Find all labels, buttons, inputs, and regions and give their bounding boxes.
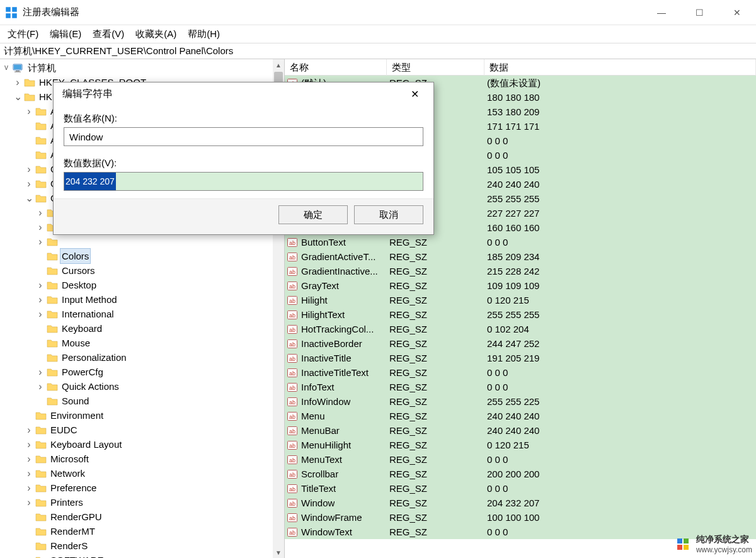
list-row[interactable]: InfoWindowREG_SZ255 255 225 <box>285 394 756 409</box>
tree-item[interactable]: ›International <box>1 307 273 321</box>
list-row[interactable]: ButtonTextREG_SZ0 0 0 <box>285 235 756 249</box>
value-name-input[interactable] <box>64 127 423 146</box>
tree-item[interactable]: ›Desktop <box>1 278 273 292</box>
tree-item[interactable]: RenderMT <box>1 524 273 538</box>
column-data[interactable]: 数据 <box>484 59 756 76</box>
list-row[interactable]: ScrollbarREG_SZ200 200 200 <box>285 467 756 481</box>
list-row[interactable]: MenuHilightREG_SZ0 120 215 <box>285 438 756 452</box>
list-row[interactable]: InfoTextREG_SZ0 0 0 <box>285 380 756 394</box>
tree-twisty-icon[interactable]: › <box>35 379 45 394</box>
list-row[interactable]: GradientInactive...REG_SZ215 228 242 <box>285 264 756 278</box>
tree-twisty-icon[interactable]: › <box>24 481 34 495</box>
list-row[interactable]: MenuREG_SZ240 240 240 <box>285 409 756 423</box>
window-maximize-button[interactable]: ☐ <box>680 0 718 25</box>
tree-twisty-icon[interactable]: › <box>24 176 34 191</box>
tree-item[interactable]: ›Preference <box>1 481 273 495</box>
menu-edit[interactable]: 编辑(E) <box>45 27 86 42</box>
tree-twisty-icon[interactable]: › <box>24 104 34 118</box>
tree-twisty-icon[interactable]: › <box>35 205 45 220</box>
tree-item[interactable]: ›Keyboard Layout <box>1 437 273 452</box>
tree-item[interactable]: ›Printers <box>1 495 273 510</box>
tree-twisty-icon[interactable]: › <box>35 220 45 234</box>
list-header: 名称 类型 数据 <box>285 59 756 76</box>
tree-item[interactable]: Mouse <box>1 336 273 350</box>
window-close-button[interactable]: ✕ <box>718 0 756 25</box>
tree-twisty-icon[interactable]: › <box>24 466 34 481</box>
tree-twisty-icon[interactable]: › <box>35 365 45 379</box>
menu-favorites[interactable]: 收藏夹(A) <box>130 27 181 42</box>
value-data-input[interactable]: 204 232 207 <box>64 172 423 191</box>
tree-twisty-icon[interactable]: › <box>35 234 45 249</box>
tree-twisty-icon[interactable]: › <box>13 75 23 89</box>
tree-twisty-icon[interactable]: v <box>1 60 11 75</box>
tree-twisty-icon[interactable]: › <box>24 162 34 176</box>
scroll-down-icon[interactable]: ▼ <box>273 547 284 558</box>
tree-item[interactable]: RenderGPU <box>1 510 273 524</box>
tree-twisty-icon[interactable]: › <box>24 423 34 437</box>
string-value-icon <box>287 484 297 494</box>
tree-item[interactable]: ›PowerCfg <box>1 365 273 379</box>
watermark-text: 纯净系统之家 <box>696 534 752 545</box>
tree-twisty-icon[interactable]: › <box>35 292 45 307</box>
menu-help[interactable]: 帮助(H) <box>183 27 225 42</box>
scroll-up-icon[interactable]: ▲ <box>273 59 284 71</box>
folder-icon <box>47 266 58 276</box>
tree-twisty-icon[interactable]: › <box>24 452 34 466</box>
list-row[interactable]: HilightREG_SZ0 120 215 <box>285 293 756 307</box>
list-row[interactable]: TitleTextREG_SZ0 0 0 <box>285 481 756 496</box>
value-data: 0 120 215 <box>484 438 756 452</box>
tree-twisty-icon[interactable]: ⌄ <box>24 191 34 205</box>
list-row[interactable]: GrayTextREG_SZ109 109 109 <box>285 278 756 293</box>
tree-twisty-icon[interactable]: › <box>24 495 34 510</box>
dialog-close-button[interactable]: ✕ <box>402 85 427 103</box>
value-name: MenuText <box>301 452 342 467</box>
column-name[interactable]: 名称 <box>285 59 387 76</box>
list-row[interactable]: InactiveTitleTextREG_SZ0 0 0 <box>285 365 756 380</box>
list-row[interactable]: MenuBarREG_SZ240 240 240 <box>285 423 756 438</box>
tree-item[interactable]: ›SOFTWARE <box>1 553 273 558</box>
value-data: 0 0 0 <box>484 481 756 496</box>
tree-item[interactable]: ›Microsoft <box>1 452 273 466</box>
tree-item[interactable]: › <box>1 234 273 249</box>
list-row[interactable]: GradientActiveT...REG_SZ185 209 234 <box>285 249 756 264</box>
tree-twisty-icon[interactable]: › <box>35 307 45 321</box>
tree-item[interactable]: Sound <box>1 394 273 408</box>
menu-file[interactable]: 文件(F) <box>3 27 43 42</box>
tree-item[interactable]: ›Network <box>1 466 273 481</box>
list-row[interactable]: MenuTextREG_SZ0 0 0 <box>285 452 756 467</box>
tree-item-label: Personalization <box>60 350 128 365</box>
address-bar[interactable]: 计算机\HKEY_CURRENT_USER\Control Panel\Colo… <box>0 43 756 59</box>
list-row[interactable]: WindowREG_SZ204 232 207 <box>285 496 756 510</box>
tree-item-label: EUDC <box>49 423 79 437</box>
tree-item[interactable]: Environment <box>1 408 273 423</box>
tree-twisty-icon[interactable]: ⌄ <box>13 89 23 104</box>
menu-view[interactable]: 查看(V) <box>88 27 129 42</box>
folder-icon <box>47 382 58 392</box>
tree-item[interactable]: Colors <box>1 249 273 263</box>
tree-twisty-icon[interactable]: › <box>24 437 34 452</box>
value-name: InactiveBorder <box>301 336 362 351</box>
tree-item[interactable]: Cursors <box>1 263 273 278</box>
tree-twisty-icon[interactable]: › <box>24 553 34 558</box>
ok-button[interactable]: 确定 <box>278 205 348 224</box>
tree-root[interactable]: v 计算机 <box>1 60 273 75</box>
tree-item[interactable]: Keyboard <box>1 321 273 336</box>
tree-item[interactable]: Personalization <box>1 350 273 365</box>
window-titlebar: 注册表编辑器 — ☐ ✕ <box>0 0 756 25</box>
value-data: 240 240 240 <box>484 409 756 423</box>
tree-item[interactable]: ›EUDC <box>1 423 273 437</box>
list-row[interactable]: WindowFrameREG_SZ100 100 100 <box>285 510 756 525</box>
list-row[interactable]: InactiveBorderREG_SZ244 247 252 <box>285 336 756 351</box>
list-row[interactable]: InactiveTitleREG_SZ191 205 219 <box>285 351 756 365</box>
list-row[interactable]: HilightTextREG_SZ255 255 255 <box>285 307 756 322</box>
tree-twisty-icon[interactable]: › <box>35 278 45 292</box>
column-type[interactable]: 类型 <box>387 59 484 76</box>
list-row[interactable]: HotTrackingCol...REG_SZ0 102 204 <box>285 322 756 336</box>
cancel-button[interactable]: 取消 <box>354 205 423 224</box>
tree-item[interactable]: ›Quick Actions <box>1 379 273 394</box>
value-name: ButtonText <box>301 235 346 249</box>
tree-item[interactable]: RenderS <box>1 538 273 553</box>
window-minimize-button[interactable]: — <box>643 0 680 25</box>
tree-item-label: Mouse <box>60 336 91 350</box>
tree-item[interactable]: ›Input Method <box>1 292 273 307</box>
